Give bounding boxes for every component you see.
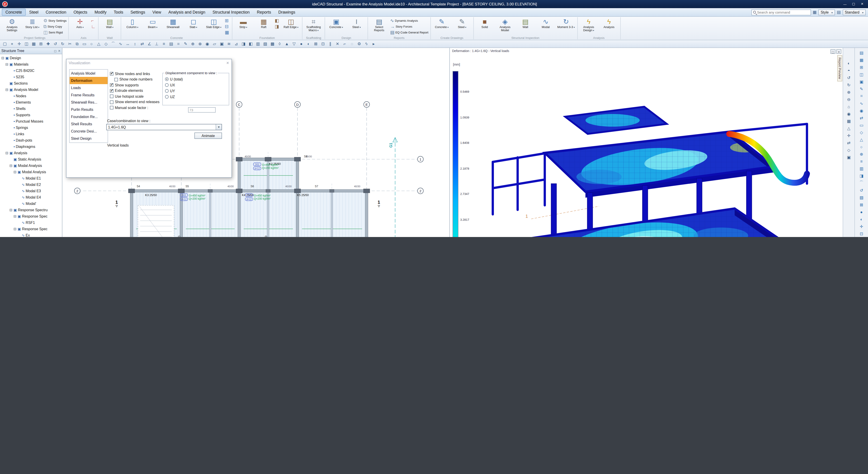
- ribbon-button[interactable]: ✎Steel: [452, 18, 472, 36]
- ribbon-button[interactable]: ◧: [274, 18, 280, 24]
- tree-item[interactable]: ⊟ ▣ Analysis Model: [0, 86, 62, 93]
- ribbon-button[interactable]: ⊟: [224, 24, 230, 29]
- dialog-tab[interactable]: Deformation: [70, 77, 107, 84]
- view-tool-icon[interactable]: ↻: [845, 81, 853, 88]
- toolstrip-icon[interactable]: ⊠: [312, 41, 319, 47]
- side-tool-icon[interactable]: ✛: [857, 223, 866, 230]
- menu-item[interactable]: Tools: [110, 8, 127, 16]
- ribbon-button[interactable]: ▦Shearwall: [163, 18, 183, 36]
- side-tool-icon[interactable]: ⊠: [857, 201, 866, 208]
- tree-item[interactable]: ▪ Nodes: [0, 93, 62, 99]
- ribbon-button[interactable]: ▣Concrete: [327, 18, 346, 36]
- toolstrip-icon[interactable]: ▱: [211, 41, 218, 47]
- side-tool-icon[interactable]: ⊞: [857, 64, 866, 70]
- toolstrip-icon[interactable]: ⊥: [153, 41, 160, 47]
- tree-item[interactable]: ∿ Modal': [0, 200, 62, 207]
- visualization-checkbox[interactable]: Show element end releases: [110, 99, 159, 105]
- toolstrip-icon[interactable]: ▢: [1, 41, 8, 47]
- search-input[interactable]: [757, 10, 809, 14]
- toolstrip-icon[interactable]: ∥: [327, 41, 334, 47]
- menu-item[interactable]: Steel: [26, 8, 42, 16]
- restore-view-button[interactable]: ▢: [831, 49, 835, 54]
- toolstrip-icon[interactable]: ○: [88, 41, 95, 47]
- toolstrip-icon[interactable]: ▦: [30, 41, 37, 47]
- ribbon-button[interactable]: ⚙Story Settings: [43, 18, 67, 24]
- toolstrip-icon[interactable]: ▲: [283, 41, 290, 47]
- side-tool-icon[interactable]: ▧: [857, 194, 866, 201]
- toolstrip-icon[interactable]: ≋: [225, 41, 232, 47]
- displacement-radio[interactable]: U (total): [165, 77, 226, 81]
- tree-expander-icon[interactable]: ⊟: [1, 56, 4, 60]
- tree-item[interactable]: ▪ Elements: [0, 99, 62, 106]
- case-combination-dropdown[interactable]: 1.4G+1.6Q ▼: [106, 124, 222, 130]
- toolstrip-icon[interactable]: ⚙: [356, 41, 363, 47]
- side-tool-icon[interactable]: ⇄: [857, 114, 866, 121]
- tree-item[interactable]: ▪ Diaphragms: [0, 143, 62, 150]
- side-tool-icon[interactable]: ◐: [857, 216, 866, 223]
- toolstrip-icon[interactable]: ∿: [117, 41, 124, 47]
- menu-item[interactable]: Objects: [70, 8, 91, 16]
- side-tool-icon[interactable]: ●: [857, 208, 866, 215]
- tree-item[interactable]: ⊟ ▣ Materials: [0, 61, 62, 67]
- tree-item[interactable]: ⊟ ▣ Response Spec: [0, 226, 62, 232]
- visualization-checkbox[interactable]: Use hotspot scale: [110, 94, 159, 99]
- side-tool-icon[interactable]: ↺: [857, 187, 866, 194]
- toolstrip-icon[interactable]: ⊿: [233, 41, 240, 47]
- ribbon-button[interactable]: ϟAnalysis: [599, 18, 619, 36]
- toolstrip-icon[interactable]: ◊: [276, 41, 283, 47]
- tree-expander-icon[interactable]: ⊟: [5, 88, 8, 92]
- toolstrip-icon[interactable]: ▽: [291, 41, 298, 47]
- ribbon-button[interactable]: ▭Beam: [143, 18, 162, 36]
- close-view-button[interactable]: ✕: [836, 49, 841, 54]
- tree-item[interactable]: ⊟ ▣ Modal Analysis: [0, 162, 62, 169]
- tree-item[interactable]: ▪ Supports: [0, 112, 62, 118]
- minimize-button[interactable]: —: [841, 1, 848, 7]
- maximize-button[interactable]: ▢: [850, 1, 857, 7]
- ribbon-button[interactable]: ∿Dynamic Analysis: [390, 18, 429, 24]
- toolstrip-icon[interactable]: ϟ: [363, 41, 370, 47]
- menu-item[interactable]: Drawings: [275, 8, 299, 16]
- toolstrip-icon[interactable]: ⊞: [37, 41, 44, 47]
- tree-item[interactable]: ∿ Modal E2: [0, 181, 62, 188]
- ribbon-button[interactable]: ▤Wall: [100, 18, 119, 36]
- ribbon-button[interactable]: ✎Concrete: [432, 18, 452, 36]
- toolstrip-icon[interactable]: ↻: [59, 41, 66, 47]
- toolstrip-icon[interactable]: ▭: [81, 41, 88, 47]
- tree-item[interactable]: ⊟ ▣ Modal Analysis: [0, 169, 62, 175]
- ribbon-button[interactable]: ▤Select Reports: [369, 18, 389, 36]
- menu-item[interactable]: View: [149, 8, 165, 16]
- side-tool-icon[interactable]: ◨: [857, 172, 866, 179]
- pin-icon[interactable]: ◻: [54, 49, 57, 53]
- toolstrip-icon[interactable]: ✂: [66, 41, 73, 47]
- toolstrip-icon[interactable]: ◫: [23, 41, 30, 47]
- ribbon-button[interactable]: ▤EQ Code General Report: [390, 29, 429, 35]
- menu-item[interactable]: Connection: [42, 8, 70, 16]
- displacement-radio[interactable]: UX: [165, 83, 226, 87]
- dialog-tab[interactable]: Shearwall Res...: [70, 98, 107, 106]
- menu-item[interactable]: Concrete: [2, 8, 26, 16]
- ribbon-button[interactable]: ▦: [224, 29, 230, 35]
- toolstrip-icon[interactable]: ✛: [16, 41, 23, 47]
- tree-item[interactable]: ▪ Punctual Masses: [0, 118, 62, 124]
- ribbon-button[interactable]: →Story Forces: [390, 24, 429, 29]
- animate-button[interactable]: Animate: [194, 132, 222, 139]
- side-tool-icon[interactable]: ▣: [857, 78, 866, 85]
- side-tool-icon[interactable]: ◉: [857, 107, 866, 114]
- toolstrip-icon[interactable]: ⊡: [320, 41, 327, 47]
- ribbon-button[interactable]: ≣Story List: [23, 18, 42, 36]
- tree-item[interactable]: ∿ Modal E1: [0, 175, 62, 181]
- view-tool-icon[interactable]: ◉: [845, 110, 853, 117]
- dialog-tab[interactable]: Loads: [70, 84, 107, 91]
- ribbon-button[interactable]: ⊞: [224, 18, 230, 24]
- style-dropdown[interactable]: Style: [818, 9, 835, 15]
- ribbon-button[interactable]: ▤Wall: [516, 18, 535, 36]
- tree-item[interactable]: ⊟ ▣ Response Spectru: [0, 207, 62, 213]
- tree-item[interactable]: ⊟ ▣ Design: [0, 55, 62, 61]
- tree-item[interactable]: ▪ Links: [0, 131, 62, 137]
- side-tool-icon[interactable]: ∿: [857, 100, 866, 107]
- ribbon-button[interactable]: ⚙Analysis Settings: [2, 18, 22, 36]
- ribbon-button[interactable]: ■Solid: [475, 18, 494, 36]
- tree-item[interactable]: ∿ Modal E4: [0, 194, 62, 200]
- tree-item[interactable]: ▪ Springs: [0, 124, 62, 131]
- view-tool-icon[interactable]: △: [845, 125, 853, 131]
